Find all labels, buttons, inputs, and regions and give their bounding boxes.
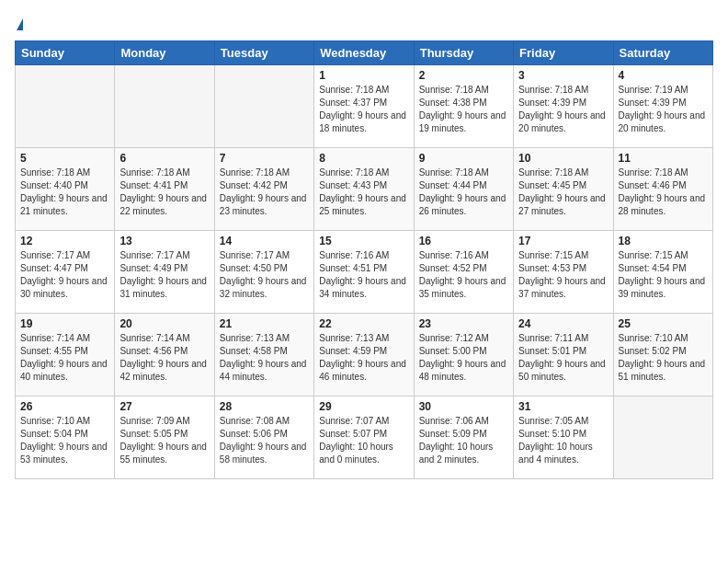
day-number: 25	[619, 317, 708, 330]
day-number: 11	[619, 152, 708, 165]
calendar-cell	[214, 65, 313, 148]
calendar-cell: 22Sunrise: 7:13 AMSunset: 4:59 PMDayligh…	[314, 314, 414, 396]
day-number: 30	[419, 400, 508, 413]
day-info: Sunrise: 7:18 AMSunset: 4:45 PMDaylight:…	[518, 167, 608, 218]
calendar-cell: 8Sunrise: 7:18 AMSunset: 4:43 PMDaylight…	[314, 148, 414, 231]
calendar-week-row: 5Sunrise: 7:18 AMSunset: 4:40 PMDaylight…	[16, 148, 713, 231]
weekday-header: Wednesday	[314, 41, 414, 65]
page-header	[15, 15, 713, 31]
day-number: 7	[220, 152, 309, 165]
day-info: Sunrise: 7:18 AMSunset: 4:43 PMDaylight:…	[319, 167, 408, 218]
calendar-cell: 29Sunrise: 7:07 AMSunset: 5:07 PMDayligh…	[314, 396, 414, 479]
day-info: Sunrise: 7:18 AMSunset: 4:38 PMDaylight:…	[419, 84, 508, 135]
calendar-cell	[16, 65, 115, 148]
day-info: Sunrise: 7:19 AMSunset: 4:39 PMDaylight:…	[619, 84, 708, 135]
day-number: 18	[619, 235, 708, 247]
day-info: Sunrise: 7:11 AMSunset: 5:01 PMDaylight:…	[518, 332, 608, 384]
calendar-cell: 3Sunrise: 7:18 AMSunset: 4:39 PMDaylight…	[514, 65, 613, 148]
calendar-cell: 10Sunrise: 7:18 AMSunset: 4:45 PMDayligh…	[514, 148, 613, 231]
calendar-cell: 14Sunrise: 7:17 AMSunset: 4:50 PMDayligh…	[214, 231, 313, 314]
calendar-cell: 28Sunrise: 7:08 AMSunset: 5:06 PMDayligh…	[214, 396, 313, 479]
day-number: 8	[319, 152, 408, 165]
logo-triangle-icon	[17, 18, 23, 30]
calendar-table: SundayMondayTuesdayWednesdayThursdayFrid…	[15, 40, 713, 479]
day-number: 2	[419, 69, 508, 82]
calendar-cell: 5Sunrise: 7:18 AMSunset: 4:40 PMDaylight…	[16, 148, 115, 231]
day-info: Sunrise: 7:16 AMSunset: 4:52 PMDaylight:…	[419, 249, 508, 301]
calendar-cell: 12Sunrise: 7:17 AMSunset: 4:47 PMDayligh…	[16, 231, 115, 314]
weekday-header: Friday	[514, 41, 613, 65]
day-info: Sunrise: 7:13 AMSunset: 4:59 PMDaylight:…	[319, 332, 408, 384]
day-info: Sunrise: 7:05 AMSunset: 5:10 PMDaylight:…	[518, 415, 608, 466]
day-number: 16	[419, 235, 508, 247]
calendar-cell: 2Sunrise: 7:18 AMSunset: 4:38 PMDaylight…	[414, 65, 513, 148]
day-number: 19	[20, 317, 109, 330]
calendar-cell: 17Sunrise: 7:15 AMSunset: 4:53 PMDayligh…	[514, 231, 613, 314]
day-number: 26	[20, 400, 109, 413]
day-number: 4	[619, 69, 708, 82]
day-number: 17	[518, 235, 608, 247]
calendar-cell: 9Sunrise: 7:18 AMSunset: 4:44 PMDaylight…	[414, 148, 513, 231]
day-number: 23	[419, 317, 508, 330]
day-info: Sunrise: 7:12 AMSunset: 5:00 PMDaylight:…	[419, 332, 508, 384]
calendar-cell: 24Sunrise: 7:11 AMSunset: 5:01 PMDayligh…	[514, 314, 613, 396]
calendar-week-row: 19Sunrise: 7:14 AMSunset: 4:55 PMDayligh…	[16, 314, 713, 396]
calendar-cell: 23Sunrise: 7:12 AMSunset: 5:00 PMDayligh…	[414, 314, 513, 396]
day-info: Sunrise: 7:14 AMSunset: 4:56 PMDaylight:…	[119, 332, 209, 384]
day-number: 6	[119, 152, 209, 165]
day-info: Sunrise: 7:15 AMSunset: 4:53 PMDaylight:…	[518, 249, 608, 301]
calendar-cell: 18Sunrise: 7:15 AMSunset: 4:54 PMDayligh…	[613, 231, 712, 314]
day-info: Sunrise: 7:18 AMSunset: 4:46 PMDaylight:…	[619, 167, 708, 218]
calendar-cell: 4Sunrise: 7:19 AMSunset: 4:39 PMDaylight…	[613, 65, 712, 148]
weekday-header: Thursday	[414, 41, 513, 65]
calendar-cell: 1Sunrise: 7:18 AMSunset: 4:37 PMDaylight…	[314, 65, 414, 148]
day-info: Sunrise: 7:10 AMSunset: 5:02 PMDaylight:…	[619, 332, 708, 384]
day-info: Sunrise: 7:06 AMSunset: 5:09 PMDaylight:…	[419, 415, 508, 466]
calendar-cell: 25Sunrise: 7:10 AMSunset: 5:02 PMDayligh…	[613, 314, 712, 396]
day-number: 14	[220, 235, 309, 247]
day-info: Sunrise: 7:17 AMSunset: 4:50 PMDaylight:…	[220, 249, 309, 301]
weekday-header: Monday	[115, 41, 214, 65]
calendar-cell: 26Sunrise: 7:10 AMSunset: 5:04 PMDayligh…	[16, 396, 115, 479]
day-info: Sunrise: 7:18 AMSunset: 4:37 PMDaylight:…	[319, 84, 408, 135]
weekday-header-row: SundayMondayTuesdayWednesdayThursdayFrid…	[16, 41, 713, 65]
day-number: 15	[319, 235, 408, 247]
day-number: 31	[518, 400, 608, 413]
day-number: 27	[119, 400, 209, 413]
day-info: Sunrise: 7:18 AMSunset: 4:44 PMDaylight:…	[419, 167, 508, 218]
day-number: 1	[319, 69, 408, 82]
day-info: Sunrise: 7:18 AMSunset: 4:39 PMDaylight:…	[518, 84, 608, 135]
calendar-cell: 21Sunrise: 7:13 AMSunset: 4:58 PMDayligh…	[214, 314, 313, 396]
day-number: 5	[20, 152, 109, 165]
day-info: Sunrise: 7:13 AMSunset: 4:58 PMDaylight:…	[220, 332, 309, 384]
calendar-cell: 15Sunrise: 7:16 AMSunset: 4:51 PMDayligh…	[314, 231, 414, 314]
day-number: 20	[119, 317, 209, 330]
day-info: Sunrise: 7:15 AMSunset: 4:54 PMDaylight:…	[619, 249, 708, 301]
calendar-cell: 7Sunrise: 7:18 AMSunset: 4:42 PMDaylight…	[214, 148, 313, 231]
calendar-cell: 16Sunrise: 7:16 AMSunset: 4:52 PMDayligh…	[414, 231, 513, 314]
calendar-cell: 19Sunrise: 7:14 AMSunset: 4:55 PMDayligh…	[16, 314, 115, 396]
day-info: Sunrise: 7:08 AMSunset: 5:06 PMDaylight:…	[220, 415, 309, 466]
day-number: 12	[20, 235, 109, 247]
calendar-cell: 30Sunrise: 7:06 AMSunset: 5:09 PMDayligh…	[414, 396, 513, 479]
calendar-week-row: 26Sunrise: 7:10 AMSunset: 5:04 PMDayligh…	[16, 396, 713, 479]
day-number: 13	[119, 235, 209, 247]
day-number: 3	[518, 69, 608, 82]
day-number: 24	[518, 317, 608, 330]
calendar-cell	[613, 396, 712, 479]
weekday-header: Sunday	[16, 41, 115, 65]
day-info: Sunrise: 7:18 AMSunset: 4:41 PMDaylight:…	[119, 167, 209, 218]
day-info: Sunrise: 7:09 AMSunset: 5:05 PMDaylight:…	[119, 415, 209, 466]
calendar-week-row: 12Sunrise: 7:17 AMSunset: 4:47 PMDayligh…	[16, 231, 713, 314]
day-info: Sunrise: 7:10 AMSunset: 5:04 PMDaylight:…	[20, 415, 109, 466]
calendar-cell: 27Sunrise: 7:09 AMSunset: 5:05 PMDayligh…	[115, 396, 214, 479]
calendar-cell: 31Sunrise: 7:05 AMSunset: 5:10 PMDayligh…	[514, 396, 613, 479]
calendar-cell: 6Sunrise: 7:18 AMSunset: 4:41 PMDaylight…	[115, 148, 214, 231]
calendar-cell: 20Sunrise: 7:14 AMSunset: 4:56 PMDayligh…	[115, 314, 214, 396]
day-number: 28	[220, 400, 309, 413]
day-info: Sunrise: 7:07 AMSunset: 5:07 PMDaylight:…	[319, 415, 408, 466]
day-number: 9	[419, 152, 508, 165]
weekday-header: Saturday	[613, 41, 712, 65]
calendar-cell: 11Sunrise: 7:18 AMSunset: 4:46 PMDayligh…	[613, 148, 712, 231]
day-info: Sunrise: 7:18 AMSunset: 4:40 PMDaylight:…	[20, 167, 109, 218]
